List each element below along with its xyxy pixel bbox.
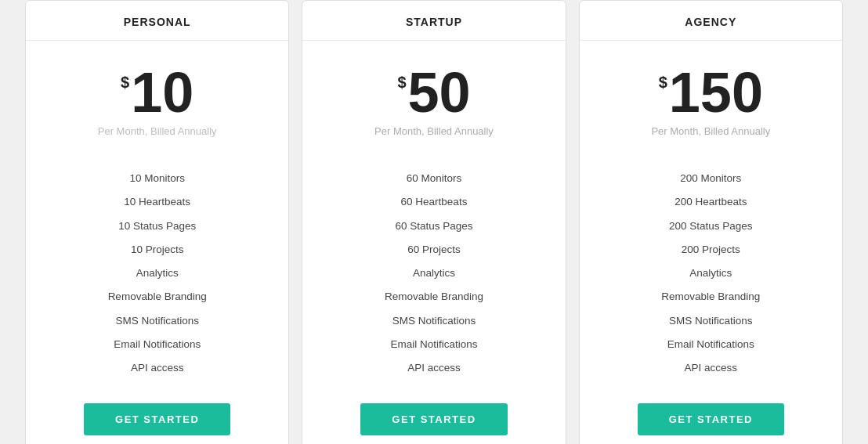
list-item: 10 Monitors [42,167,273,190]
list-item: Removable Branding [595,285,826,309]
list-item: Email Notifications [42,333,273,356]
plan-amount-personal: 10 [131,64,193,121]
list-item: Analytics [318,262,549,285]
plan-card-agency: AGENCY$150Per Month, Billed Annually200 … [579,0,843,444]
get-started-button-startup[interactable]: GET STARTED [360,403,507,435]
list-item: API access [595,356,826,380]
plan-billing-startup: Per Month, Billed Annually [318,125,549,137]
list-item: Email Notifications [595,333,826,356]
list-item: API access [42,356,273,380]
list-item: 10 Heartbeats [42,190,273,214]
plan-header-startup: STARTUP [302,1,565,41]
plan-features-personal: 10 Monitors10 Heartbeats10 Status Pages1… [26,159,288,395]
list-item: 200 Projects [595,238,826,262]
list-item: 200 Status Pages [595,215,826,238]
plan-header-personal: PERSONAL [26,1,288,41]
plan-name-personal: PERSONAL [124,16,191,28]
list-item: SMS Notifications [318,309,549,333]
plan-name-agency: AGENCY [685,16,736,28]
get-started-button-personal[interactable]: GET STARTED [84,403,230,435]
list-item: 60 Status Pages [318,215,549,238]
list-item: SMS Notifications [42,309,273,333]
plan-price-wrapper-personal: $10 [42,64,273,121]
plan-price-wrapper-startup: $50 [318,64,549,121]
plan-card-startup: STARTUP$50Per Month, Billed Annually60 M… [302,0,566,444]
list-item: Removable Branding [318,285,549,309]
plan-features-agency: 200 Monitors200 Heartbeats200 Status Pag… [580,159,842,395]
plan-name-startup: STARTUP [406,16,462,28]
plan-features-startup: 60 Monitors60 Heartbeats60 Status Pages6… [302,159,565,395]
plan-currency-agency: $ [659,74,667,92]
plan-amount-agency: 150 [669,64,763,121]
list-item: API access [318,356,549,380]
plan-card-personal: PERSONAL$10Per Month, Billed Annually10 … [25,0,289,444]
plan-header-agency: AGENCY [580,1,842,41]
list-item: Analytics [595,262,826,285]
plan-billing-agency: Per Month, Billed Annually [595,125,826,137]
list-item: Removable Branding [42,285,273,309]
list-item: 200 Monitors [595,167,826,190]
list-item: 60 Monitors [318,167,549,190]
plan-currency-startup: $ [397,74,406,92]
list-item: 60 Projects [318,238,549,262]
plan-currency-personal: $ [121,74,129,92]
plan-price-section-agency: $150Per Month, Billed Annually [580,41,842,159]
list-item: SMS Notifications [595,309,826,333]
list-item: 200 Heartbeats [595,190,826,214]
list-item: Analytics [42,262,273,285]
list-item: 10 Projects [42,238,273,262]
plan-billing-personal: Per Month, Billed Annually [42,125,273,137]
plan-price-wrapper-agency: $150 [595,64,826,121]
plan-price-section-personal: $10Per Month, Billed Annually [26,41,288,159]
plan-amount-startup: 50 [408,64,471,121]
list-item: Email Notifications [318,333,549,356]
plan-price-section-startup: $50Per Month, Billed Annually [302,41,565,159]
list-item: 60 Heartbeats [318,190,549,214]
pricing-container: PERSONAL$10Per Month, Billed Annually10 … [19,0,849,444]
list-item: 10 Status Pages [42,215,273,238]
get-started-button-agency[interactable]: GET STARTED [638,403,784,435]
